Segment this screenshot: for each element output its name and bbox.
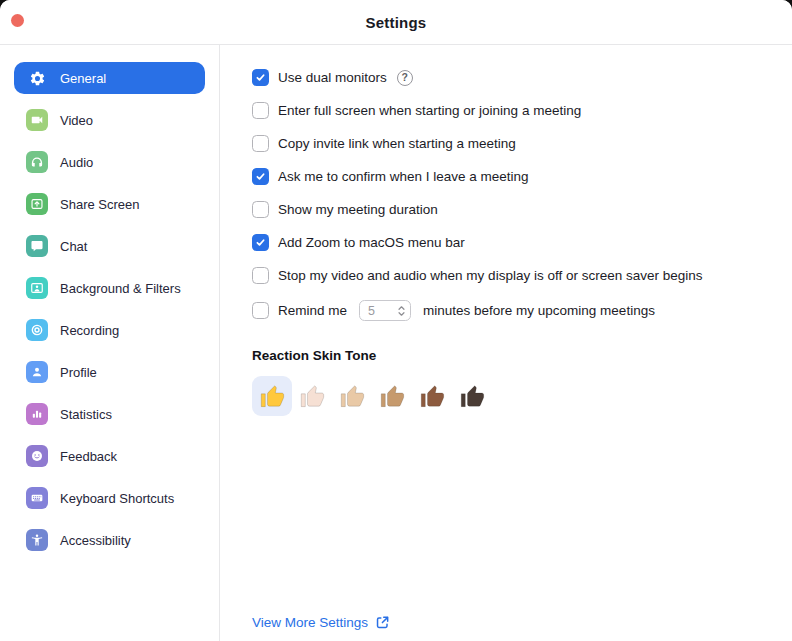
sidebar: GeneralVideoAudioShare ScreenChatBackgro… [0, 45, 220, 641]
view-more-settings-label: View More Settings [252, 615, 368, 630]
sidebar-item-label: Recording [60, 323, 119, 338]
skin-tone-row [252, 376, 768, 416]
checkbox-unchecked[interactable] [252, 135, 269, 152]
gear-icon [26, 67, 48, 89]
thumbs-up-icon [299, 383, 326, 410]
sidebar-item-chat[interactable]: Chat [14, 230, 205, 262]
sidebar-item-label: Profile [60, 365, 97, 380]
sidebar-item-share-screen[interactable]: Share Screen [14, 188, 205, 220]
sidebar-item-label: Share Screen [60, 197, 140, 212]
sidebar-item-label: Video [60, 113, 93, 128]
checkbox-label: Ask me to confirm when I leave a meeting [278, 169, 529, 184]
sidebar-item-background-filters[interactable]: Background & Filters [14, 272, 205, 304]
checkbox-checked[interactable] [252, 168, 269, 185]
view-more-settings-link[interactable]: View More Settings [252, 615, 390, 630]
skin-tone-medium-dark[interactable] [412, 376, 452, 416]
checkbox-list: Use dual monitors?Enter full screen when… [252, 69, 768, 321]
smiley-icon [26, 445, 48, 467]
skin-tone-dark[interactable] [452, 376, 492, 416]
thumbs-up-icon [339, 383, 366, 410]
sidebar-item-label: General [60, 71, 106, 86]
general-settings-pane: Use dual monitors?Enter full screen when… [220, 45, 792, 641]
checkbox-row[interactable]: Enter full screen when starting or joini… [252, 102, 768, 119]
checkbox-row[interactable]: Use dual monitors? [252, 69, 768, 86]
sidebar-item-video[interactable]: Video [14, 104, 205, 136]
sidebar-item-audio[interactable]: Audio [14, 146, 205, 178]
reaction-skin-tone-title: Reaction Skin Tone [252, 348, 768, 363]
checkbox-unchecked[interactable] [252, 302, 269, 319]
sidebar-item-label: Feedback [60, 449, 117, 464]
external-link-icon [375, 615, 390, 630]
thumbs-up-icon [459, 383, 486, 410]
thumbs-up-icon [419, 383, 446, 410]
checkbox-label: Use dual monitors [278, 70, 387, 85]
share-screen-icon [26, 193, 48, 215]
checkbox-label: Add Zoom to macOS menu bar [278, 235, 465, 250]
sidebar-item-label: Chat [60, 239, 87, 254]
accessibility-icon [26, 529, 48, 551]
checkbox-label-suffix: minutes before my upcoming meetings [423, 303, 655, 318]
checkbox-row[interactable]: Add Zoom to macOS menu bar [252, 234, 768, 251]
sidebar-item-keyboard-shortcuts[interactable]: Keyboard Shortcuts [14, 482, 205, 514]
record-icon [26, 319, 48, 341]
sidebar-item-label: Statistics [60, 407, 112, 422]
checkbox-checked[interactable] [252, 69, 269, 86]
checkbox-row[interactable]: Stop my video and audio when my display … [252, 267, 768, 284]
checkbox-row[interactable]: Ask me to confirm when I leave a meeting [252, 168, 768, 185]
headphones-icon [26, 151, 48, 173]
sidebar-item-general[interactable]: General [14, 62, 205, 94]
person-frame-icon [26, 277, 48, 299]
thumbs-up-icon [259, 383, 286, 410]
checkbox-row[interactable]: Copy invite link when starting a meeting [252, 135, 768, 152]
sidebar-item-profile[interactable]: Profile [14, 356, 205, 388]
title-bar: Settings [0, 0, 792, 45]
chat-bubble-icon [26, 235, 48, 257]
minutes-stepper[interactable]: 5 [359, 300, 411, 321]
window-title: Settings [366, 14, 427, 31]
sidebar-item-feedback[interactable]: Feedback [14, 440, 205, 472]
sidebar-item-label: Audio [60, 155, 93, 170]
settings-window: Settings GeneralVideoAudioShare ScreenCh… [0, 0, 792, 641]
skin-tone-light[interactable] [292, 376, 332, 416]
checkbox-label: Stop my video and audio when my display … [278, 268, 702, 283]
sidebar-item-recording[interactable]: Recording [14, 314, 205, 346]
skin-tone-medium[interactable] [372, 376, 412, 416]
skin-tone-default[interactable] [252, 376, 292, 416]
checkbox-unchecked[interactable] [252, 267, 269, 284]
sidebar-item-statistics[interactable]: Statistics [14, 398, 205, 430]
checkbox-label: Copy invite link when starting a meeting [278, 136, 516, 151]
keyboard-icon [26, 487, 48, 509]
window-body: GeneralVideoAudioShare ScreenChatBackgro… [0, 45, 792, 641]
checkbox-unchecked[interactable] [252, 102, 269, 119]
sidebar-item-label: Keyboard Shortcuts [60, 491, 174, 506]
help-icon[interactable]: ? [397, 70, 413, 86]
checkbox-checked[interactable] [252, 234, 269, 251]
stepper-arrows-icon[interactable] [397, 304, 406, 318]
checkbox-label: Remind me [278, 303, 347, 318]
sidebar-item-label: Background & Filters [60, 281, 181, 296]
video-camera-icon [26, 109, 48, 131]
skin-tone-medium-light[interactable] [332, 376, 372, 416]
close-button[interactable] [11, 14, 24, 27]
sidebar-item-label: Accessibility [60, 533, 131, 548]
checkbox-label: Enter full screen when starting or joini… [278, 103, 581, 118]
checkbox-unchecked[interactable] [252, 201, 269, 218]
checkbox-row[interactable]: Show my meeting duration [252, 201, 768, 218]
checkbox-row[interactable]: Remind me5minutes before my upcoming mee… [252, 300, 768, 321]
minutes-stepper-value: 5 [368, 304, 375, 318]
thumbs-up-icon [379, 383, 406, 410]
sidebar-item-accessibility[interactable]: Accessibility [14, 524, 205, 556]
person-icon [26, 361, 48, 383]
bar-chart-icon [26, 403, 48, 425]
checkbox-label: Show my meeting duration [278, 202, 438, 217]
